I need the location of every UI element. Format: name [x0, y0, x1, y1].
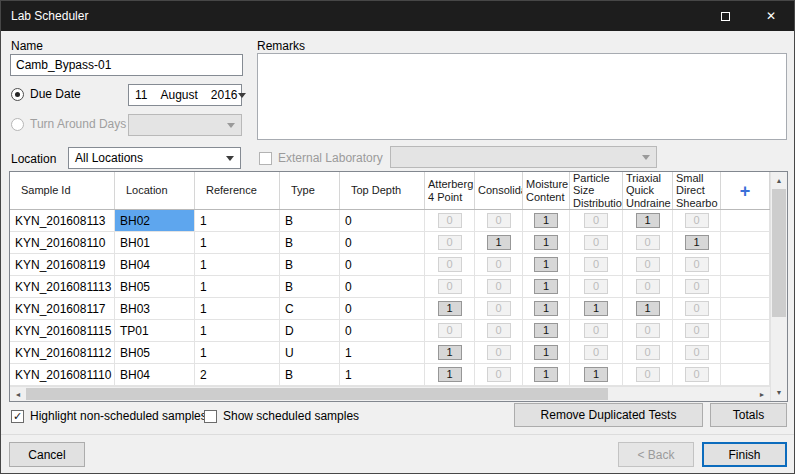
- test-count-badge[interactable]: 0: [487, 345, 511, 360]
- test-count-cell[interactable]: 1: [523, 210, 570, 231]
- test-count-badge[interactable]: 0: [487, 323, 511, 338]
- external-laboratory-checkbox[interactable]: External Laboratory: [259, 151, 383, 165]
- cell-sample-id[interactable]: KYN_201608119: [10, 254, 115, 275]
- test-count-cell[interactable]: 0: [673, 210, 721, 231]
- test-count-cell[interactable]: 1: [623, 298, 673, 319]
- cell-sample-id[interactable]: KYN_2016081112: [10, 342, 115, 363]
- cell-sample-id[interactable]: KYN_2016081113: [10, 276, 115, 297]
- test-count-badge[interactable]: 1: [534, 213, 558, 228]
- test-count-badge[interactable]: 1: [534, 345, 558, 360]
- test-count-cell[interactable]: 1: [623, 210, 673, 231]
- cell-top-depth[interactable]: 0: [340, 320, 425, 341]
- cell-top-depth[interactable]: 0: [340, 298, 425, 319]
- horizontal-scrollbar[interactable]: ◄ ►: [10, 386, 770, 401]
- test-count-badge[interactable]: 0: [438, 279, 462, 294]
- test-count-cell[interactable]: 0: [673, 254, 721, 275]
- test-count-cell[interactable]: 0: [425, 320, 475, 341]
- cell-sample-id[interactable]: KYN_2016081115: [10, 320, 115, 341]
- test-count-badge[interactable]: 0: [438, 213, 462, 228]
- test-count-cell[interactable]: 0: [475, 364, 523, 385]
- maximize-button[interactable]: [702, 1, 748, 31]
- test-count-cell[interactable]: 0: [623, 254, 673, 275]
- test-count-badge[interactable]: 0: [636, 257, 660, 272]
- test-count-badge[interactable]: 0: [584, 213, 608, 228]
- cell-reference[interactable]: 1: [195, 232, 280, 253]
- cell-reference[interactable]: 1: [195, 210, 280, 231]
- test-count-cell[interactable]: 0: [475, 342, 523, 363]
- totals-button[interactable]: Totals: [710, 403, 787, 427]
- cell-location[interactable]: BH05: [115, 342, 195, 363]
- cell-type[interactable]: B: [280, 254, 340, 275]
- test-count-badge[interactable]: 1: [584, 367, 608, 382]
- cell-top-depth[interactable]: 1: [340, 342, 425, 363]
- cell-type[interactable]: B: [280, 210, 340, 231]
- test-count-cell[interactable]: 0: [475, 254, 523, 275]
- test-count-badge[interactable]: 0: [685, 367, 709, 382]
- cell-add-column[interactable]: [721, 254, 770, 275]
- cell-reference[interactable]: 1: [195, 342, 280, 363]
- vertical-scroll-thumb[interactable]: [772, 189, 786, 317]
- test-count-badge[interactable]: 1: [438, 367, 462, 382]
- column-header-consolida[interactable]: Consolida: [475, 172, 523, 209]
- test-count-badge[interactable]: 1: [534, 301, 558, 316]
- column-header-particle[interactable]: Particle Size Distributio: [570, 172, 623, 209]
- test-count-badge[interactable]: 0: [685, 257, 709, 272]
- test-count-cell[interactable]: 0: [623, 276, 673, 297]
- cell-location[interactable]: BH03: [115, 298, 195, 319]
- cell-sample-id[interactable]: KYN_2016081110: [10, 364, 115, 385]
- column-header-triaxial[interactable]: Triaxial Quick Undraine: [623, 172, 673, 209]
- test-count-badge[interactable]: 1: [534, 279, 558, 294]
- name-input[interactable]: [10, 54, 243, 76]
- test-count-badge[interactable]: 0: [685, 323, 709, 338]
- cell-location[interactable]: BH04: [115, 364, 195, 385]
- cell-reference[interactable]: 1: [195, 298, 280, 319]
- test-count-cell[interactable]: 0: [570, 320, 623, 341]
- column-header-atterberg[interactable]: Atterberg 4 Point: [425, 172, 475, 209]
- test-count-cell[interactable]: 0: [673, 342, 721, 363]
- test-count-cell[interactable]: 1: [425, 364, 475, 385]
- test-count-badge[interactable]: 0: [685, 345, 709, 360]
- scroll-up-button[interactable]: ▲: [771, 172, 787, 189]
- test-count-cell[interactable]: 1: [570, 364, 623, 385]
- test-count-cell[interactable]: 1: [523, 298, 570, 319]
- due-date-radio[interactable]: Due Date: [11, 87, 81, 101]
- test-count-cell[interactable]: 0: [475, 276, 523, 297]
- cell-add-column[interactable]: [721, 320, 770, 341]
- test-count-cell[interactable]: 0: [475, 320, 523, 341]
- test-count-cell[interactable]: 1: [523, 364, 570, 385]
- cell-add-column[interactable]: [721, 276, 770, 297]
- test-count-cell[interactable]: 0: [623, 320, 673, 341]
- cell-sample-id[interactable]: KYN_201608110: [10, 232, 115, 253]
- test-count-badge[interactable]: 0: [584, 323, 608, 338]
- test-count-badge[interactable]: 0: [584, 235, 608, 250]
- due-date-picker[interactable]: 11 August 2016: [128, 84, 242, 106]
- test-count-cell[interactable]: 0: [425, 232, 475, 253]
- test-count-cell[interactable]: 0: [570, 254, 623, 275]
- test-count-badge[interactable]: 0: [487, 213, 511, 228]
- cell-add-column[interactable]: [721, 232, 770, 253]
- cell-reference[interactable]: 1: [195, 276, 280, 297]
- test-count-badge[interactable]: 0: [438, 323, 462, 338]
- cell-location[interactable]: BH02: [115, 210, 195, 231]
- test-count-badge[interactable]: 1: [534, 257, 558, 272]
- test-count-cell[interactable]: 0: [623, 232, 673, 253]
- cell-top-depth[interactable]: 0: [340, 276, 425, 297]
- cell-location[interactable]: BH04: [115, 254, 195, 275]
- test-count-badge[interactable]: 1: [636, 301, 660, 316]
- test-count-badge[interactable]: 1: [438, 301, 462, 316]
- column-header-moisture[interactable]: Moisture Content: [523, 172, 570, 209]
- test-count-badge[interactable]: 1: [685, 235, 709, 250]
- test-count-cell[interactable]: 1: [523, 254, 570, 275]
- test-count-cell[interactable]: 0: [425, 276, 475, 297]
- test-count-cell[interactable]: 0: [673, 320, 721, 341]
- cell-type[interactable]: B: [280, 364, 340, 385]
- cell-reference[interactable]: 1: [195, 320, 280, 341]
- test-count-cell[interactable]: 0: [673, 364, 721, 385]
- test-count-badge[interactable]: 1: [534, 367, 558, 382]
- test-count-badge[interactable]: 0: [636, 323, 660, 338]
- test-count-badge[interactable]: 1: [438, 345, 462, 360]
- cancel-button[interactable]: Cancel: [9, 442, 85, 467]
- test-count-cell[interactable]: 1: [523, 342, 570, 363]
- test-count-badge[interactable]: 0: [487, 367, 511, 382]
- test-count-badge[interactable]: 0: [584, 279, 608, 294]
